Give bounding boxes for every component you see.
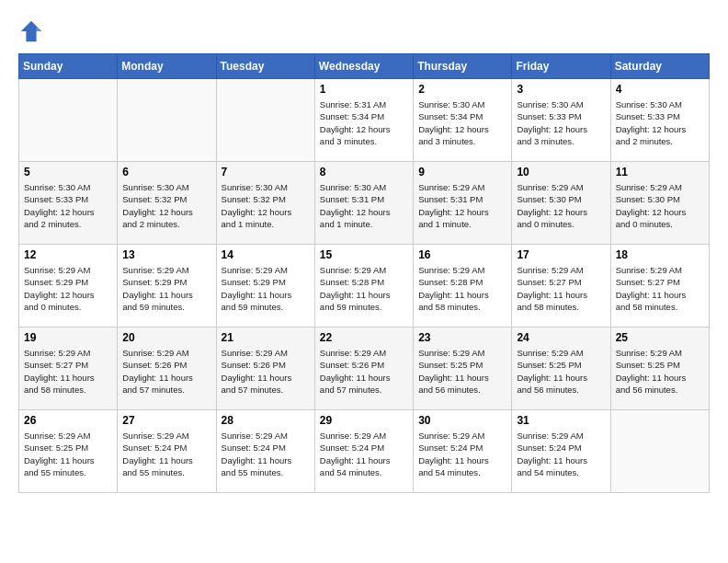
day-number: 18 [616, 248, 704, 261]
weekday-header-row: SundayMondayTuesdayWednesdayThursdayFrid… [19, 54, 710, 79]
calendar-cell: 23Sunrise: 5:29 AM Sunset: 5:25 PM Dayli… [414, 327, 512, 410]
day-info: Sunrise: 5:29 AM Sunset: 5:30 PM Dayligh… [517, 181, 605, 230]
day-info: Sunrise: 5:30 AM Sunset: 5:31 PM Dayligh… [320, 181, 408, 230]
day-info: Sunrise: 5:31 AM Sunset: 5:34 PM Dayligh… [320, 98, 408, 147]
day-info: Sunrise: 5:29 AM Sunset: 5:29 PM Dayligh… [222, 264, 310, 313]
weekday-header-wednesday: Wednesday [314, 54, 413, 79]
day-number: 19 [24, 331, 112, 344]
day-info: Sunrise: 5:29 AM Sunset: 5:25 PM Dayligh… [418, 347, 506, 396]
day-number: 24 [517, 331, 605, 344]
calendar-cell: 20Sunrise: 5:29 AM Sunset: 5:26 PM Dayli… [118, 327, 216, 410]
day-number: 31 [517, 414, 605, 427]
day-info: Sunrise: 5:29 AM Sunset: 5:26 PM Dayligh… [222, 347, 310, 396]
svg-marker-1 [37, 26, 42, 31]
calendar-cell: 3Sunrise: 5:30 AM Sunset: 5:33 PM Daylig… [512, 79, 610, 162]
day-number: 15 [320, 248, 408, 261]
day-info: Sunrise: 5:29 AM Sunset: 5:28 PM Dayligh… [418, 264, 506, 313]
calendar-cell: 13Sunrise: 5:29 AM Sunset: 5:29 PM Dayli… [118, 245, 216, 327]
day-info: Sunrise: 5:29 AM Sunset: 5:24 PM Dayligh… [418, 430, 506, 478]
calendar-cell [19, 79, 118, 162]
day-number: 22 [320, 331, 408, 344]
day-info: Sunrise: 5:29 AM Sunset: 5:25 PM Dayligh… [24, 430, 112, 478]
day-number: 23 [418, 331, 506, 344]
day-number: 16 [418, 248, 506, 261]
week-row-1: 1Sunrise: 5:31 AM Sunset: 5:34 PM Daylig… [19, 79, 710, 162]
calendar-table: SundayMondayTuesdayWednesdayThursdayFrid… [18, 53, 710, 493]
day-info: Sunrise: 5:29 AM Sunset: 5:27 PM Dayligh… [24, 347, 112, 396]
day-info: Sunrise: 5:29 AM Sunset: 5:27 PM Dayligh… [616, 264, 704, 313]
day-info: Sunrise: 5:29 AM Sunset: 5:24 PM Dayligh… [122, 430, 210, 478]
day-number: 4 [616, 83, 704, 96]
calendar-cell: 8Sunrise: 5:30 AM Sunset: 5:31 PM Daylig… [314, 162, 413, 245]
day-info: Sunrise: 5:29 AM Sunset: 5:27 PM Dayligh… [517, 264, 605, 313]
calendar-cell: 16Sunrise: 5:29 AM Sunset: 5:28 PM Dayli… [414, 245, 512, 327]
calendar-cell: 24Sunrise: 5:29 AM Sunset: 5:25 PM Dayli… [512, 327, 610, 410]
day-number: 6 [122, 166, 210, 178]
day-number: 28 [222, 414, 310, 427]
day-number: 2 [418, 83, 506, 96]
day-number: 9 [418, 166, 506, 178]
logo [18, 18, 48, 44]
day-info: Sunrise: 5:29 AM Sunset: 5:24 PM Dayligh… [517, 430, 605, 478]
day-info: Sunrise: 5:30 AM Sunset: 5:34 PM Dayligh… [418, 98, 506, 147]
calendar-cell: 14Sunrise: 5:29 AM Sunset: 5:29 PM Dayli… [216, 245, 314, 327]
calendar-cell: 15Sunrise: 5:29 AM Sunset: 5:28 PM Dayli… [314, 245, 413, 327]
calendar-cell: 17Sunrise: 5:29 AM Sunset: 5:27 PM Dayli… [512, 245, 610, 327]
day-number: 13 [122, 248, 210, 261]
calendar-cell: 29Sunrise: 5:29 AM Sunset: 5:24 PM Dayli… [314, 410, 413, 493]
day-info: Sunrise: 5:30 AM Sunset: 5:32 PM Dayligh… [222, 181, 310, 230]
day-number: 7 [222, 166, 310, 178]
page-header [18, 18, 710, 44]
calendar-cell: 18Sunrise: 5:29 AM Sunset: 5:27 PM Dayli… [610, 245, 709, 327]
calendar-cell: 6Sunrise: 5:30 AM Sunset: 5:32 PM Daylig… [118, 162, 216, 245]
day-number: 11 [616, 166, 704, 178]
calendar-cell: 4Sunrise: 5:30 AM Sunset: 5:33 PM Daylig… [610, 79, 709, 162]
calendar-cell: 10Sunrise: 5:29 AM Sunset: 5:30 PM Dayli… [512, 162, 610, 245]
day-number: 20 [122, 331, 210, 344]
day-info: Sunrise: 5:29 AM Sunset: 5:25 PM Dayligh… [517, 347, 605, 396]
day-number: 12 [24, 248, 112, 261]
day-info: Sunrise: 5:29 AM Sunset: 5:29 PM Dayligh… [122, 264, 210, 313]
day-info: Sunrise: 5:30 AM Sunset: 5:33 PM Dayligh… [24, 181, 112, 230]
day-number: 10 [517, 166, 605, 178]
day-number: 25 [616, 331, 704, 344]
calendar-cell: 12Sunrise: 5:29 AM Sunset: 5:29 PM Dayli… [19, 245, 118, 327]
weekday-header-thursday: Thursday [414, 54, 512, 79]
logo-icon [18, 18, 44, 44]
day-info: Sunrise: 5:29 AM Sunset: 5:26 PM Dayligh… [122, 347, 210, 396]
calendar-cell [216, 79, 314, 162]
week-row-4: 19Sunrise: 5:29 AM Sunset: 5:27 PM Dayli… [19, 327, 710, 410]
day-number: 27 [122, 414, 210, 427]
day-number: 14 [222, 248, 310, 261]
day-info: Sunrise: 5:29 AM Sunset: 5:30 PM Dayligh… [616, 181, 704, 230]
day-number: 26 [24, 414, 112, 427]
calendar-cell: 27Sunrise: 5:29 AM Sunset: 5:24 PM Dayli… [118, 410, 216, 493]
day-info: Sunrise: 5:29 AM Sunset: 5:28 PM Dayligh… [320, 264, 408, 313]
calendar-cell: 11Sunrise: 5:29 AM Sunset: 5:30 PM Dayli… [610, 162, 709, 245]
day-info: Sunrise: 5:30 AM Sunset: 5:33 PM Dayligh… [616, 98, 704, 147]
calendar-cell: 31Sunrise: 5:29 AM Sunset: 5:24 PM Dayli… [512, 410, 610, 493]
day-info: Sunrise: 5:29 AM Sunset: 5:26 PM Dayligh… [320, 347, 408, 396]
calendar-cell [118, 79, 216, 162]
calendar-cell: 28Sunrise: 5:29 AM Sunset: 5:24 PM Dayli… [216, 410, 314, 493]
week-row-5: 26Sunrise: 5:29 AM Sunset: 5:25 PM Dayli… [19, 410, 710, 493]
calendar-cell: 5Sunrise: 5:30 AM Sunset: 5:33 PM Daylig… [19, 162, 118, 245]
day-info: Sunrise: 5:29 AM Sunset: 5:24 PM Dayligh… [222, 430, 310, 478]
day-number: 17 [517, 248, 605, 261]
calendar-cell: 1Sunrise: 5:31 AM Sunset: 5:34 PM Daylig… [314, 79, 413, 162]
day-info: Sunrise: 5:29 AM Sunset: 5:29 PM Dayligh… [24, 264, 112, 313]
day-number: 3 [517, 83, 605, 96]
calendar-cell: 2Sunrise: 5:30 AM Sunset: 5:34 PM Daylig… [414, 79, 512, 162]
day-info: Sunrise: 5:29 AM Sunset: 5:24 PM Dayligh… [320, 430, 408, 478]
week-row-3: 12Sunrise: 5:29 AM Sunset: 5:29 PM Dayli… [19, 245, 710, 327]
calendar-cell: 26Sunrise: 5:29 AM Sunset: 5:25 PM Dayli… [19, 410, 118, 493]
day-number: 29 [320, 414, 408, 427]
day-number: 21 [222, 331, 310, 344]
calendar-cell: 22Sunrise: 5:29 AM Sunset: 5:26 PM Dayli… [314, 327, 413, 410]
day-info: Sunrise: 5:29 AM Sunset: 5:31 PM Dayligh… [418, 181, 506, 230]
day-number: 1 [320, 83, 408, 96]
weekday-header-monday: Monday [118, 54, 216, 79]
calendar-cell: 25Sunrise: 5:29 AM Sunset: 5:25 PM Dayli… [610, 327, 709, 410]
calendar-cell: 30Sunrise: 5:29 AM Sunset: 5:24 PM Dayli… [414, 410, 512, 493]
calendar-cell: 19Sunrise: 5:29 AM Sunset: 5:27 PM Dayli… [19, 327, 118, 410]
